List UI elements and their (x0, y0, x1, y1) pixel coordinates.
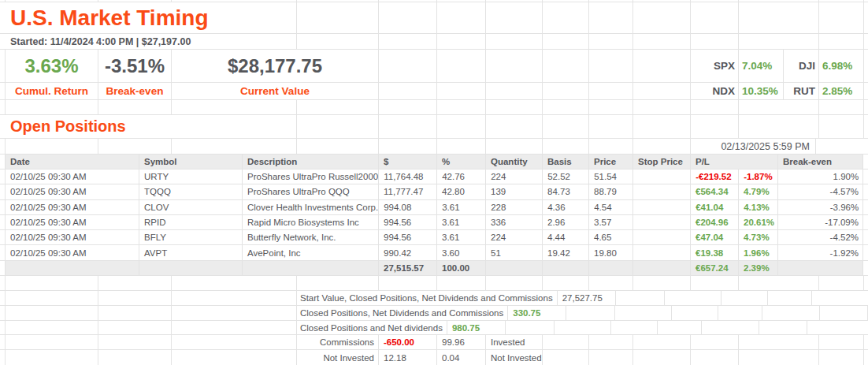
cell-pct[interactable]: 3.61 (437, 200, 486, 214)
cell-break-even[interactable]: 1.90% (778, 169, 863, 184)
cell-quantity[interactable]: 224 (486, 230, 543, 244)
cell-date[interactable]: 02/10/25 09:30 AM (6, 169, 139, 184)
summary-value-3[interactable]: Invested (486, 335, 543, 349)
cell-symbol[interactable]: RPID (139, 215, 243, 229)
summary-value-2[interactable] (506, 321, 555, 335)
cell-basis[interactable]: 19.42 (543, 245, 589, 259)
col-header-basis[interactable]: Basis (543, 155, 589, 169)
cell-pl-pct[interactable]: 20.61% (739, 215, 778, 229)
cell-date[interactable]: 02/10/25 09:30 AM (6, 245, 139, 259)
total-dollar[interactable]: 27,515.57 (379, 261, 437, 275)
cell-stop-price[interactable] (633, 169, 691, 184)
col-header-break-even[interactable]: Break-even (778, 155, 863, 169)
cell-break-even[interactable]: -1.92% (778, 245, 863, 259)
cell-pl[interactable]: €564.34 (691, 184, 739, 199)
cell-pct[interactable]: 3.61 (437, 215, 486, 229)
summary-value[interactable]: 27,527.75 (558, 291, 616, 305)
cell-description[interactable]: ProShares UltraPro QQQ (243, 184, 379, 199)
cell-pl-pct[interactable]: 4.79% (739, 184, 778, 199)
cell-quantity[interactable]: 224 (486, 169, 543, 184)
col-header-stop-price[interactable]: Stop Price (633, 155, 691, 169)
cell-dollar[interactable]: 11,777.47 (379, 184, 437, 199)
cell-break-even[interactable]: -3.96% (778, 200, 863, 214)
cell-dollar[interactable]: 994.08 (379, 200, 437, 214)
cell-description[interactable]: Rapid Micro Biosystems Inc (243, 215, 379, 229)
cell-price[interactable]: 88.79 (589, 184, 633, 199)
cell-symbol[interactable]: URTY (139, 169, 243, 184)
col-header-dollar[interactable]: $ (379, 155, 437, 169)
cell-dollar[interactable]: 11,764.48 (379, 169, 437, 184)
summary-value-3[interactable] (615, 306, 672, 320)
summary-value-3[interactable]: Not Invested (486, 350, 543, 365)
cell-pl-pct[interactable]: 1.96% (739, 245, 778, 259)
cell-price[interactable]: 3.57 (589, 215, 633, 229)
cell-price[interactable]: 19.80 (589, 245, 633, 259)
cell-dollar[interactable]: 994.56 (379, 215, 437, 229)
col-header-quantity[interactable]: Quantity (486, 155, 543, 169)
cell-quantity[interactable]: 336 (486, 215, 543, 229)
cell-symbol[interactable]: TQQQ (139, 184, 243, 199)
cell-dollar[interactable]: 990.42 (379, 245, 437, 259)
summary-value-2[interactable] (616, 291, 665, 305)
cell-pl-pct[interactable]: -1.87% (739, 169, 778, 184)
cell-pl-pct[interactable]: 4.73% (739, 230, 778, 244)
cell-pct[interactable]: 42.80 (437, 184, 486, 199)
cell-basis[interactable]: 2.96 (543, 215, 589, 229)
cell-pl[interactable]: €41.04 (691, 200, 739, 214)
cell-stop-price[interactable] (633, 245, 691, 259)
summary-value-2[interactable]: 99.96 (437, 335, 486, 349)
cell-description[interactable]: Clover Health Investments Corp. (243, 200, 379, 214)
cell-pl[interactable]: €47.04 (691, 230, 739, 244)
col-header-description[interactable]: Description (243, 155, 379, 169)
cell-pl[interactable]: €19.38 (691, 245, 739, 259)
cell-stop-price[interactable] (633, 200, 691, 214)
col-header-pl[interactable]: P/L (691, 155, 778, 169)
col-header-date[interactable]: Date (6, 155, 139, 169)
cell-pl-pct[interactable]: 4.13% (739, 200, 778, 214)
cell-symbol[interactable]: CLOV (139, 200, 243, 214)
cell-description[interactable]: ProShares UltraPro Russell2000 (243, 169, 379, 184)
summary-value[interactable]: -650.00 (379, 335, 437, 349)
cell-break-even[interactable]: -17.09% (778, 215, 863, 229)
cell-pct[interactable]: 3.61 (437, 230, 486, 244)
cell-symbol[interactable]: AVPT (139, 245, 243, 259)
total-pl-pct[interactable]: 2.39% (739, 261, 778, 275)
cell-stop-price[interactable] (633, 215, 691, 229)
cell-date[interactable]: 02/10/25 09:30 AM (6, 200, 139, 214)
cell-quantity[interactable]: 139 (486, 184, 543, 199)
cell-quantity[interactable]: 51 (486, 245, 543, 259)
cell-pct[interactable]: 42.76 (437, 169, 486, 184)
cell-price[interactable]: 4.54 (589, 200, 633, 214)
cell-break-even[interactable]: -4.57% (778, 184, 863, 199)
cell-date[interactable]: 02/10/25 09:30 AM (6, 184, 139, 199)
cell-symbol[interactable]: BFLY (139, 230, 243, 244)
total-pct[interactable]: 100.00 (437, 261, 486, 275)
cell-dollar[interactable]: 994.56 (379, 230, 437, 244)
cell-basis[interactable]: 84.73 (543, 184, 589, 199)
cell-break-even[interactable]: -4.52% (778, 230, 863, 244)
cell-quantity[interactable]: 228 (486, 200, 543, 214)
summary-value-3[interactable] (555, 321, 611, 335)
col-header-symbol[interactable]: Symbol (139, 155, 243, 169)
total-pl[interactable]: €657.24 (691, 261, 739, 275)
cell-basis[interactable]: 4.36 (543, 200, 589, 214)
cell-date[interactable]: 02/10/25 09:30 AM (6, 215, 139, 229)
cell-stop-price[interactable] (633, 184, 691, 199)
cell-pl[interactable]: -€219.52 (691, 169, 739, 184)
cell-description[interactable]: Butterfly Network, Inc. (243, 230, 379, 244)
summary-value[interactable]: 980.75 (447, 321, 506, 335)
cell-price[interactable]: 4.65 (589, 230, 633, 244)
cell-pl[interactable]: €204.96 (691, 215, 739, 229)
col-header-pct[interactable]: % (437, 155, 486, 169)
summary-value-2[interactable]: 0.04 (437, 350, 486, 365)
cell-basis[interactable]: 4.44 (543, 230, 589, 244)
summary-value-3[interactable] (665, 291, 721, 305)
cell-stop-price[interactable] (633, 230, 691, 244)
summary-value-2[interactable] (566, 306, 615, 320)
cell-description[interactable]: AvePoint, Inc (243, 245, 379, 259)
cell-price[interactable]: 51.54 (589, 169, 633, 184)
summary-value[interactable]: 330.75 (508, 306, 566, 320)
cell-date[interactable]: 02/10/25 09:30 AM (6, 230, 139, 244)
col-header-price[interactable]: Price (589, 155, 633, 169)
cell-basis[interactable]: 52.52 (543, 169, 589, 184)
